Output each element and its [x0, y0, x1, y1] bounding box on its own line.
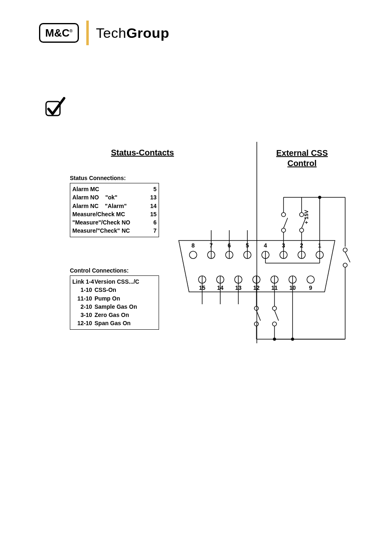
table-row: Link 1-4Version CSS.../C — [72, 278, 157, 286]
logo-reg: ® — [69, 29, 72, 33]
svg-point-41 — [343, 248, 347, 252]
svg-point-68 — [272, 322, 277, 326]
status-connections-table: Alarm MC5 Alarm NO "ok"13 Alarm NC "Alar… — [70, 183, 159, 237]
brand-thin: Tech — [96, 25, 127, 41]
control-connections-heading: Control Connections: — [70, 267, 158, 274]
table-row: 2-10Sample Gas On — [72, 303, 157, 311]
svg-point-56 — [300, 228, 304, 232]
status-connections-heading: Status Connections: — [70, 175, 158, 181]
voltage-label: + 15V — [303, 210, 309, 224]
svg-point-30 — [307, 276, 314, 283]
table-row: "Measure"/Check NO6 — [72, 218, 157, 227]
table-row: 1-10CSS-On — [72, 286, 157, 294]
checkmark-icon — [45, 97, 62, 113]
pin-label: 4 — [264, 242, 267, 249]
table-row: Alarm MC5 — [72, 185, 157, 193]
svg-point-43 — [343, 263, 347, 267]
table-row: Measure/Check MC15 — [72, 210, 157, 218]
table-row: 11-10Pump On — [72, 294, 157, 303]
svg-point-50 — [281, 228, 286, 232]
table-row: Alarm NC "Alarm"14 — [72, 202, 157, 210]
brand-bold: Group — [126, 25, 169, 41]
svg-point-52 — [281, 213, 286, 217]
pin-label: 9 — [309, 284, 312, 291]
connector-schematic: 8 7 6 5 4 3 2 1 15 14 13 12 11 10 9 — [164, 140, 357, 354]
svg-point-3 — [189, 251, 197, 259]
svg-point-66 — [272, 306, 277, 310]
brand-name: TechGroup — [96, 25, 169, 41]
svg-point-61 — [254, 306, 258, 310]
table-row: 3-10Zero Gas On — [72, 311, 157, 319]
svg-line-51 — [284, 218, 288, 228]
vertical-accent-bar — [86, 21, 89, 45]
page-header: M&C® TechGroup — [39, 21, 169, 45]
table-row: 12-10Span Gas On — [72, 319, 157, 327]
control-connections-table: Link 1-4Version CSS.../C 1-10CSS-On 11-1… — [70, 275, 159, 330]
table-row: Measure/"Check" NC7 — [72, 227, 157, 235]
svg-line-42 — [345, 252, 350, 262]
pin-label: 8 — [191, 242, 195, 249]
table-row: Alarm NO "ok"13 — [72, 193, 157, 201]
svg-point-63 — [254, 322, 258, 326]
svg-line-67 — [274, 310, 279, 321]
mc-logo: M&C® — [39, 23, 79, 43]
logo-text: M&C — [45, 27, 69, 39]
wiring-diagram: Status-Contacts External CSS Control Sta… — [70, 140, 357, 354]
